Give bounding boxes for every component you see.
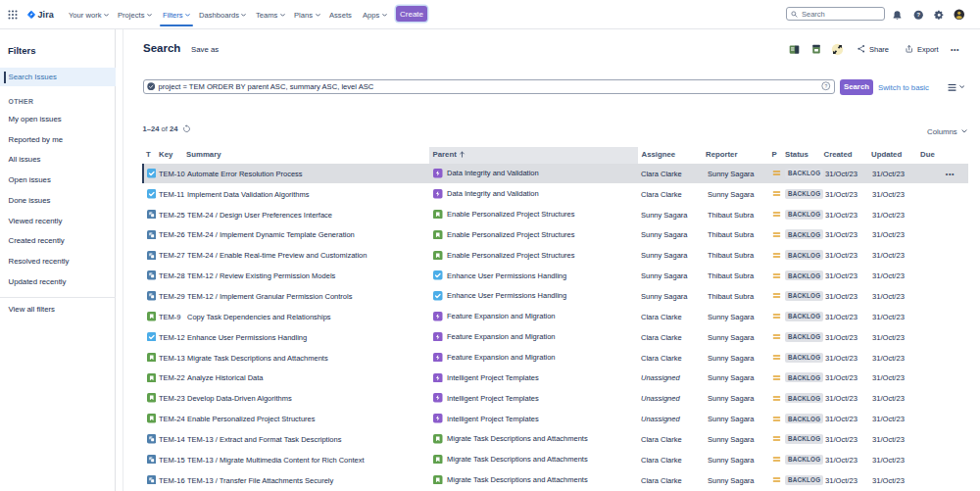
svg-text:?: ?	[824, 84, 827, 89]
svg-text:?: ?	[917, 12, 921, 18]
